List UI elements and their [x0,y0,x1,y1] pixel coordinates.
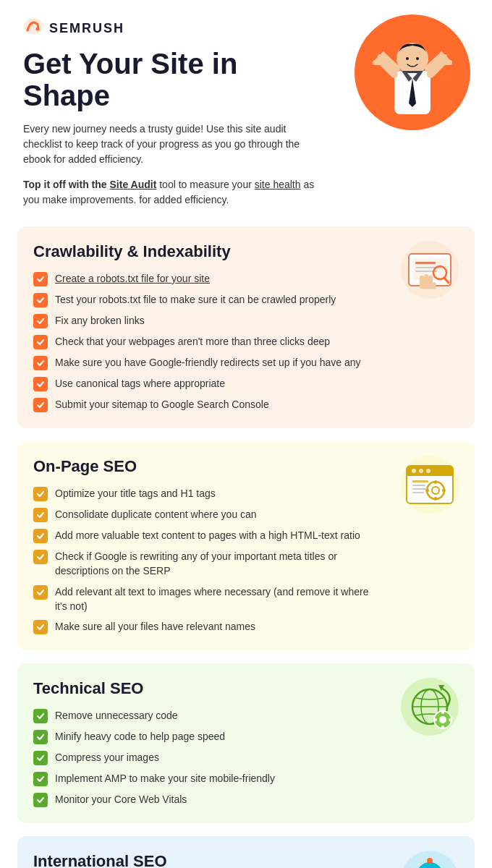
checklist-item: Implement AMP to make your site mobile-f… [33,771,381,786]
highlight-text: Top it off with the Site Audit tool to m… [23,177,327,208]
section-technical: Technical SEO [17,663,475,823]
check-icon [33,314,48,328]
item-text: Check that your webpages aren't more tha… [55,334,330,349]
item-text[interactable]: Create a robots.txt file for your site [55,271,210,286]
item-text: Submit your sitemap to Google Search Con… [55,397,269,412]
svg-rect-21 [428,276,433,289]
svg-point-1 [36,27,40,31]
svg-point-28 [426,469,430,473]
section-crawlability: Crawlability & Indexability [17,226,475,428]
svg-rect-38 [412,492,424,493]
item-text: Add more valuable text content to pages … [55,528,360,542]
check-icon [33,377,48,391]
check-icon [33,508,48,522]
semrush-logo-icon [23,17,43,39]
item-text: Make sure you have Google-friendly redir… [55,355,361,370]
svg-point-26 [412,469,416,473]
check-icon [33,709,48,723]
svg-rect-8 [373,60,383,65]
check-icon [33,793,48,807]
technical-illustration [398,675,463,740]
check-icon [33,751,48,765]
item-text: Test your robots.txt file to make sure i… [55,292,336,307]
hero-illustration [347,7,478,137]
check-icon [33,293,48,307]
svg-rect-48 [434,718,437,721]
svg-point-45 [439,716,446,723]
page-title: Get Your Site in Shape [23,48,327,111]
checklist-item: Make sure you have Google-friendly redir… [33,355,381,370]
section-title-international: International SEO [33,852,459,868]
check-icon [33,487,48,501]
svg-rect-10 [442,60,452,65]
checklist-item: Remove unnecessary code [33,708,381,723]
site-audit-link[interactable]: Site Audit [110,179,157,190]
section-title-crawl: Crawlability & Indexability [33,242,459,261]
svg-rect-32 [434,497,437,501]
section-international: International SEO [17,836,475,868]
checklist-item: Use canonical tags where appropriate [33,376,381,391]
checklist-item: Submit your sitemap to Google Search Con… [33,397,381,412]
item-text: Fix any broken links [55,313,145,328]
svg-rect-36 [412,485,425,486]
item-text: Monitor your Core Web Vitals [55,792,187,807]
onpage-checklist: Optimize your title tags and H1 tags Con… [33,486,381,634]
checklist-item: Make sure all your files have relevant n… [33,619,381,634]
checklist-item: Add more valuable text content to pages … [33,528,381,543]
logo-text: SEMRUSH [49,21,124,36]
item-text: Optimize your title tags and H1 tags [55,486,216,501]
item-text: Compress your images [55,750,159,765]
hero-circle [355,14,470,130]
item-text: Minify heavy code to help page speed [55,729,225,744]
item-text: Implement AMP to make your site mobile-f… [55,771,275,786]
checklist-item: Add relevant alt text to images where ne… [33,584,381,614]
checklist-item: Monitor your Core Web Vitals [33,792,381,807]
header-content: SEMRUSH Get Your Site in Shape Every new… [23,17,327,208]
highlight-middle: tool to measure your [159,179,255,190]
svg-rect-35 [412,480,428,482]
svg-rect-47 [441,726,444,728]
svg-rect-34 [442,489,446,492]
checklist-item: Create a robots.txt file for your site [33,271,381,286]
item-text: Remove unnecessary code [55,708,178,723]
logo-area: SEMRUSH [23,17,327,39]
section-title-technical: Technical SEO [33,679,459,698]
checklist-item: Compress your images [33,750,381,765]
check-icon [33,585,48,600]
svg-point-58 [427,858,433,864]
site-health-link[interactable]: site health [255,179,301,190]
crawl-checklist: Create a robots.txt file for your site T… [33,271,381,412]
checklist-item: Test your robots.txt file to make sure i… [33,292,381,307]
svg-rect-49 [449,718,451,721]
onpage-illustration [398,453,463,518]
crawl-illustration [398,238,463,303]
check-icon [33,730,48,744]
checklist-item: Fix any broken links [33,313,381,328]
checklist-item: Check if Google is rewriting any of your… [33,549,381,579]
check-icon [33,356,48,370]
sections-container: Crawlability & Indexability [0,219,492,868]
item-text: Use canonical tags where appropriate [55,376,225,391]
highlight-prefix: Top it off with the [23,179,110,190]
svg-rect-14 [415,262,436,264]
check-icon [33,272,48,286]
svg-point-27 [419,469,423,473]
svg-rect-20 [424,274,428,289]
check-icon [33,550,48,564]
subtitle-text: Every new journey needs a trusty guide! … [23,122,327,167]
check-icon [33,335,48,349]
check-icon [33,772,48,786]
check-icon [33,398,48,412]
checklist-item: Optimize your title tags and H1 tags [33,486,381,501]
item-text: Add relevant alt text to images where ne… [55,584,381,614]
svg-point-5 [406,57,409,60]
checklist-item: Check that your webpages aren't more tha… [33,334,381,349]
svg-point-0 [24,18,43,34]
check-icon [33,529,48,543]
svg-rect-37 [412,488,427,490]
header-section: SEMRUSH Get Your Site in Shape Every new… [0,0,492,219]
international-illustration [398,848,463,868]
check-icon [33,620,48,634]
svg-rect-19 [420,276,424,289]
svg-rect-31 [434,480,437,484]
